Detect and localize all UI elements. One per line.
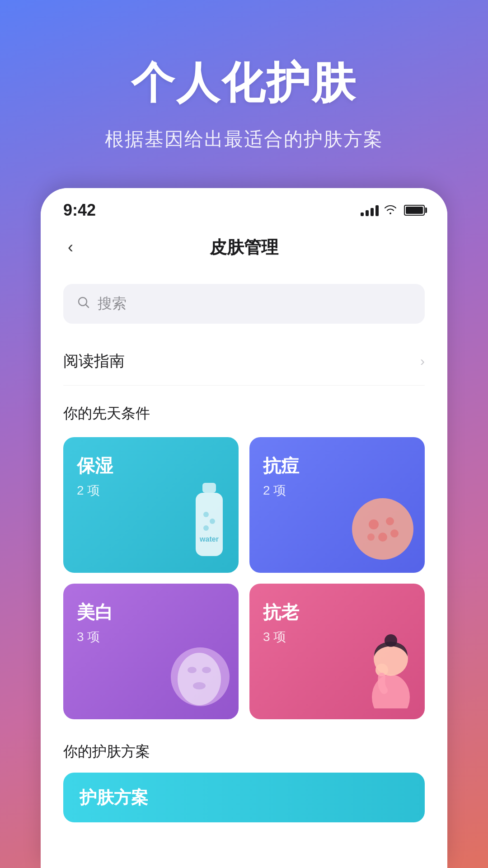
- svg-point-7: [352, 498, 413, 560]
- cards-grid: 保湿 2 项 water: [63, 437, 425, 719]
- signal-icon: [361, 204, 379, 216]
- nav-title: 皮肤管理: [210, 236, 278, 259]
- signal-bar-3: [371, 208, 374, 216]
- card-moisturize-title: 保湿: [77, 453, 225, 478]
- svg-point-12: [390, 529, 399, 538]
- svg-point-5: [203, 525, 209, 531]
- chevron-right-icon: ›: [420, 354, 425, 369]
- svg-point-3: [203, 512, 209, 517]
- svg-point-9: [386, 517, 394, 525]
- card-acne[interactable]: 抗痘 2 项: [249, 437, 425, 573]
- search-icon: [77, 296, 90, 312]
- card-moisturize-count: 2 项: [77, 483, 100, 497]
- signal-bar-1: [361, 212, 364, 216]
- status-icons: [361, 203, 425, 217]
- plan-card[interactable]: 护肤方案: [63, 773, 425, 822]
- svg-text:water: water: [199, 535, 219, 543]
- card-whitening[interactable]: 美白 3 项: [63, 584, 239, 719]
- svg-point-8: [369, 519, 379, 529]
- plan-card-title: 护肤方案: [80, 786, 148, 809]
- search-placeholder: 搜索: [98, 294, 127, 314]
- battery-fill: [406, 207, 423, 214]
- svg-rect-2: [196, 493, 223, 556]
- phone-mockup: 9:42 ‹ 皮肤管理: [41, 188, 447, 868]
- innate-section-title: 你的先天条件: [63, 404, 425, 424]
- status-bar: 9:42: [41, 188, 447, 224]
- card-whitening-title: 美白: [77, 600, 225, 625]
- search-bar[interactable]: 搜索: [63, 284, 425, 324]
- svg-point-20: [385, 634, 397, 647]
- svg-rect-1: [202, 483, 216, 493]
- content-area: 搜索 阅读指南 › 你的先天条件 保湿 2 项: [41, 270, 447, 868]
- svg-point-14: [178, 653, 221, 705]
- guide-label: 阅读指南: [63, 351, 125, 372]
- hero-section: 个人化护肤 根据基因给出最适合的护肤方案: [0, 0, 488, 188]
- card-acne-count: 2 项: [263, 483, 286, 497]
- person-illustration: [357, 618, 416, 710]
- svg-point-11: [367, 533, 375, 541]
- card-acne-title: 抗痘: [263, 453, 411, 478]
- nav-bar: ‹ 皮肤管理: [41, 224, 447, 270]
- battery-icon: [404, 205, 425, 216]
- card-moisturize[interactable]: 保湿 2 项 water: [63, 437, 239, 573]
- hero-title: 个人化护肤: [27, 54, 461, 113]
- reading-guide-row[interactable]: 阅读指南 ›: [63, 342, 425, 386]
- svg-point-17: [193, 682, 206, 689]
- signal-bar-4: [375, 205, 379, 216]
- svg-point-18: [372, 675, 410, 708]
- wifi-icon: [384, 203, 397, 217]
- svg-point-16: [202, 667, 211, 673]
- card-antiaging[interactable]: 抗老 3 项: [249, 584, 425, 719]
- back-button[interactable]: ‹: [63, 233, 78, 261]
- plan-section-title: 你的护肤方案: [63, 742, 425, 762]
- status-time: 9:42: [63, 201, 96, 220]
- hero-subtitle: 根据基因给出最适合的护肤方案: [27, 127, 461, 152]
- card-antiaging-count: 3 项: [263, 630, 286, 644]
- water-bottle-illustration: water: [189, 483, 230, 564]
- signal-bar-2: [366, 210, 369, 216]
- card-whitening-count: 3 项: [77, 630, 100, 644]
- acne-face-illustration: [350, 496, 416, 564]
- svg-point-4: [210, 519, 215, 524]
- svg-point-10: [378, 533, 387, 542]
- face-mask-illustration: [160, 634, 230, 710]
- svg-point-15: [188, 667, 197, 673]
